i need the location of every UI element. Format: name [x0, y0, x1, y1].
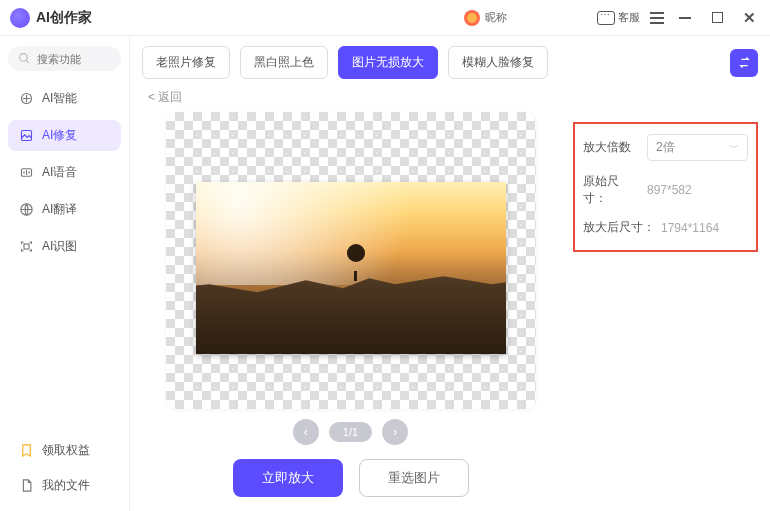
sidebar-item-ai-voice[interactable]: AI语音: [8, 157, 121, 188]
scan-icon: [18, 239, 34, 255]
titlebar: AI创作家 昵称 客服 ✕: [0, 0, 770, 36]
svg-rect-3: [21, 131, 31, 141]
svg-line-1: [26, 60, 29, 63]
translate-icon: [18, 202, 34, 218]
sidebar-item-myfiles[interactable]: 我的文件: [8, 470, 121, 501]
pager-next-button[interactable]: ›: [382, 419, 408, 445]
chat-icon: [597, 11, 615, 25]
back-button[interactable]: < 返回: [142, 89, 182, 106]
sidebar-item-label: AI修复: [42, 127, 77, 144]
tab-blurry-face-repair[interactable]: 模糊人脸修复: [448, 46, 548, 79]
pager: ‹ 1/1 ›: [293, 419, 408, 445]
sidebar: AI智能 AI修复 AI语音 AI翻译 AI识图: [0, 36, 130, 511]
nickname-label[interactable]: 昵称: [485, 10, 507, 25]
audio-icon: [18, 165, 34, 181]
app-title: AI创作家: [36, 9, 92, 27]
sidebar-item-label: AI翻译: [42, 201, 77, 218]
search-icon: [18, 52, 31, 65]
sparkle-icon: [18, 91, 34, 107]
search-box[interactable]: [8, 46, 121, 71]
sidebar-item-ai-recognize[interactable]: AI识图: [8, 231, 121, 262]
tab-lossless-upscale[interactable]: 图片无损放大: [338, 46, 438, 79]
main-content: 老照片修复 黑白照上色 图片无损放大 模糊人脸修复 < 返回: [130, 36, 770, 511]
image-icon: [18, 128, 34, 144]
bookmark-icon: [18, 443, 34, 459]
upscale-button[interactable]: 立即放大: [233, 459, 343, 497]
pager-prev-button[interactable]: ‹: [293, 419, 319, 445]
window-minimize-button[interactable]: [674, 7, 696, 29]
original-size-value: 897*582: [647, 183, 692, 197]
tab-old-photo-repair[interactable]: 老照片修复: [142, 46, 230, 79]
settings-panel: 放大倍数 2倍 ﹀ 原始尺寸： 897*582 放大后尺寸：: [573, 89, 758, 497]
window-maximize-button[interactable]: [706, 7, 728, 29]
avatar-icon[interactable]: [464, 10, 480, 26]
after-size-value: 1794*1164: [661, 221, 719, 235]
settings-highlight-box: 放大倍数 2倍 ﹀ 原始尺寸： 897*582 放大后尺寸：: [573, 122, 758, 252]
svg-rect-6: [24, 244, 29, 249]
original-size-label: 原始尺寸：: [583, 173, 641, 207]
sidebar-item-label: AI语音: [42, 164, 77, 181]
scale-select[interactable]: 2倍 ﹀: [647, 134, 748, 161]
app-logo-icon: [10, 8, 30, 28]
sidebar-item-label: 我的文件: [42, 477, 90, 494]
sidebar-item-ai-repair[interactable]: AI修复: [8, 120, 121, 151]
svg-point-0: [20, 54, 28, 62]
support-button[interactable]: 客服: [597, 10, 640, 25]
after-size-label: 放大后尺寸：: [583, 219, 655, 236]
sidebar-item-ai-smart[interactable]: AI智能: [8, 83, 121, 114]
support-label: 客服: [618, 10, 640, 25]
menu-button[interactable]: [650, 12, 664, 24]
scale-select-value: 2倍: [656, 139, 675, 156]
tab-bw-colorize[interactable]: 黑白照上色: [240, 46, 328, 79]
sidebar-item-label: AI识图: [42, 238, 77, 255]
sidebar-item-label: AI智能: [42, 90, 77, 107]
tool-tabs: 老照片修复 黑白照上色 图片无损放大 模糊人脸修复: [142, 46, 758, 79]
image-canvas: [166, 112, 536, 409]
preview-image: [196, 182, 506, 354]
sidebar-item-benefits[interactable]: 领取权益: [8, 435, 121, 466]
swap-icon: [737, 55, 752, 70]
reselect-button[interactable]: 重选图片: [359, 459, 469, 497]
file-icon: [18, 478, 34, 494]
chevron-down-icon: ﹀: [729, 141, 739, 155]
sidebar-item-label: 领取权益: [42, 442, 90, 459]
swap-button[interactable]: [730, 49, 758, 77]
sidebar-item-ai-translate[interactable]: AI翻译: [8, 194, 121, 225]
scale-label: 放大倍数: [583, 139, 641, 156]
window-close-button[interactable]: ✕: [738, 7, 760, 29]
search-input[interactable]: [37, 53, 107, 65]
pager-indicator: 1/1: [329, 422, 372, 442]
